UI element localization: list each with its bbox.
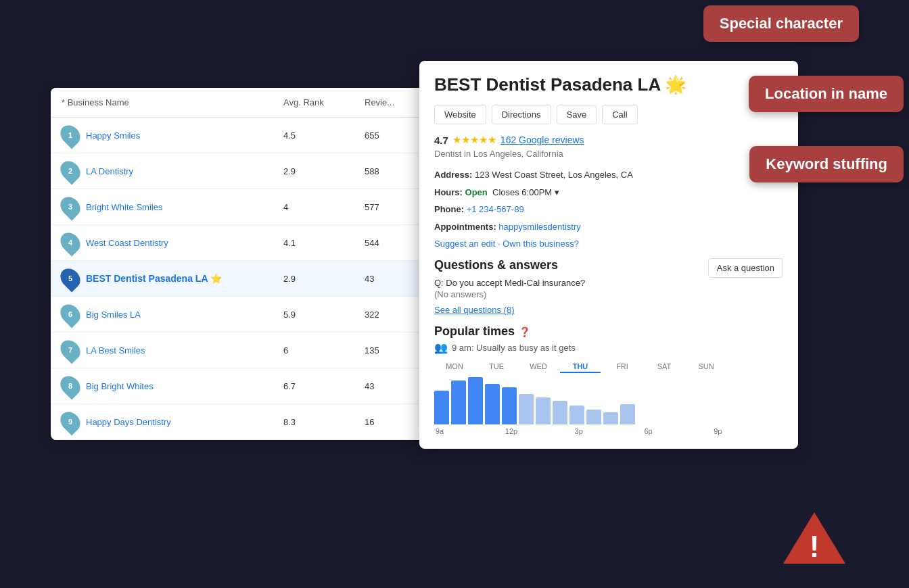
svg-text:!: ! xyxy=(810,530,820,563)
table-row[interactable]: 6Big Smiles LA5.9322 xyxy=(51,297,429,333)
avg-rank: 6 xyxy=(283,345,365,356)
warning-triangle: ! xyxy=(780,508,848,568)
review-count: 322 xyxy=(365,310,419,320)
business-name: LA Dentistry xyxy=(86,166,133,176)
people-icon: 👥 xyxy=(434,341,448,354)
map-pin: 3 xyxy=(56,193,84,220)
map-pin: 1 xyxy=(56,121,84,149)
popular-times-help-icon: ❓ xyxy=(519,326,530,337)
pt-time-label: 6p xyxy=(644,427,714,435)
table-row[interactable]: 2LA Dentistry2.9588 xyxy=(51,153,429,189)
gp-title: BEST Dentist Pasadena LA 🌟 xyxy=(434,74,783,95)
table-row[interactable]: 9Happy Days Dentistry8.316 xyxy=(51,404,429,440)
pt-day[interactable]: THU xyxy=(560,361,601,373)
review-count: 655 xyxy=(365,130,419,141)
keyword-stuffing-badge: Keyword stuffing xyxy=(749,146,904,182)
pt-time-label: 12p xyxy=(505,427,575,435)
table-row[interactable]: 8Big Bright Whites6.743 xyxy=(51,368,429,404)
pt-day[interactable]: SAT xyxy=(644,361,684,373)
reviews-link[interactable]: 162 Google reviews xyxy=(500,134,584,145)
pt-day[interactable]: FRI xyxy=(602,361,643,373)
ask-question-button[interactable]: Ask a question xyxy=(708,258,783,278)
table-row[interactable]: 1Happy Smiles4.5655 xyxy=(51,118,429,153)
google-panel: BEST Dentist Pasadena LA 🌟 Website Direc… xyxy=(419,61,798,449)
rating-stars: ★★★★★ xyxy=(452,134,496,146)
see-all-questions[interactable]: See all questions (8) xyxy=(434,305,783,315)
pt-time-label: 9a xyxy=(436,427,505,435)
map-pin: 5 xyxy=(56,264,84,292)
review-count: 588 xyxy=(365,166,419,176)
table-row[interactable]: 3Bright White Smiles4577 xyxy=(51,189,429,225)
avg-rank: 5.9 xyxy=(283,310,365,320)
map-pin: 9 xyxy=(56,408,84,435)
pt-day[interactable]: WED xyxy=(518,361,559,373)
map-pin: 6 xyxy=(56,300,84,328)
own-business-link[interactable]: Own this business? xyxy=(503,239,579,249)
hours-row: Hours: Open Closes 6:00PM ▾ xyxy=(434,186,783,199)
phone-row: Phone: +1 234-567-89 xyxy=(434,203,783,216)
avg-rank: 2.9 xyxy=(283,166,365,176)
hours-label: Hours: xyxy=(434,187,463,197)
qa-title: Questions & answers xyxy=(434,258,558,272)
appointments-label: Appointments: xyxy=(434,222,496,232)
business-name: Happy Smiles xyxy=(86,130,140,141)
pt-bar xyxy=(536,397,551,424)
website-button[interactable]: Website xyxy=(434,105,486,124)
review-count: 43 xyxy=(365,381,419,391)
table-row[interactable]: 4West Coast Dentistry4.1544 xyxy=(51,225,429,261)
avg-rank: 4 xyxy=(283,202,365,212)
pt-time-label: 3p xyxy=(575,427,645,435)
qa-answer: (No answers) xyxy=(434,289,783,299)
suggest-edit-link[interactable]: Suggest an edit xyxy=(434,239,495,249)
call-button[interactable]: Call xyxy=(602,105,637,124)
address-row: Address: 123 West Coast Street, Los Ange… xyxy=(434,168,783,182)
pt-bar xyxy=(468,377,483,424)
pt-bar xyxy=(553,401,567,424)
avg-rank: 8.3 xyxy=(283,417,365,427)
pt-day[interactable]: TUE xyxy=(476,361,517,373)
review-count: 577 xyxy=(365,202,419,212)
map-pin: 8 xyxy=(56,372,84,399)
avg-rank: 4.5 xyxy=(283,130,365,141)
business-name: LA Best Smiles xyxy=(86,345,145,356)
map-pin: 7 xyxy=(56,336,84,364)
table-row[interactable]: 7LA Best Smiles6135 xyxy=(51,333,429,368)
directions-button[interactable]: Directions xyxy=(492,105,551,124)
edit-links: Suggest an edit · Own this business? xyxy=(434,239,783,249)
table-panel: * Business Name Avg. Rank Revie... 1Happ… xyxy=(51,88,429,440)
qa-question: Q: Do you accept Medi-Cal insurance? xyxy=(434,278,783,288)
qa-section: Questions & answers Ask a question Q: Do… xyxy=(434,258,783,315)
review-count: 16 xyxy=(365,417,419,427)
popular-times-title: Popular times ❓ xyxy=(434,324,783,339)
avg-rank: 4.1 xyxy=(283,238,365,248)
avg-rank: 2.9 xyxy=(283,274,365,284)
col-reviews: Revie... xyxy=(365,97,419,107)
pt-bar xyxy=(603,412,618,424)
review-count: 544 xyxy=(365,238,419,248)
pt-bar xyxy=(485,384,500,424)
pt-bar xyxy=(502,387,517,424)
save-button[interactable]: Save xyxy=(557,105,597,124)
business-name: Big Bright Whites xyxy=(86,381,154,391)
gp-category: Dentist in Los Angeles, California xyxy=(434,149,783,159)
col-business: * Business Name xyxy=(62,97,283,107)
gp-buttons: Website Directions Save Call xyxy=(434,105,783,124)
avg-rank: 6.7 xyxy=(283,381,365,391)
business-name: West Coast Dentistry xyxy=(86,238,168,248)
appointments-link[interactable]: happysmilesdentistry xyxy=(498,222,580,232)
pt-days: MONTUEWEDTHUFRISATSUN xyxy=(434,361,783,373)
table-row[interactable]: 5BEST Dentist Pasadena LA ⭐2.943 xyxy=(51,261,429,297)
pt-day[interactable]: SUN xyxy=(686,361,726,373)
pt-bar xyxy=(451,381,466,424)
pt-day[interactable]: MON xyxy=(434,361,475,373)
pt-bar xyxy=(569,406,584,424)
hours-open: Open xyxy=(465,187,488,197)
pt-bar xyxy=(434,391,449,424)
business-name: Bright White Smiles xyxy=(86,202,162,212)
pt-bar xyxy=(620,404,635,424)
rating-score: 4.7 xyxy=(434,134,448,146)
gp-rating: 4.7 ★★★★★ 162 Google reviews xyxy=(434,134,783,146)
review-count: 135 xyxy=(365,345,419,356)
special-character-badge: Special character xyxy=(703,5,859,42)
pt-times: 9a12p3p6p9p xyxy=(434,427,783,435)
